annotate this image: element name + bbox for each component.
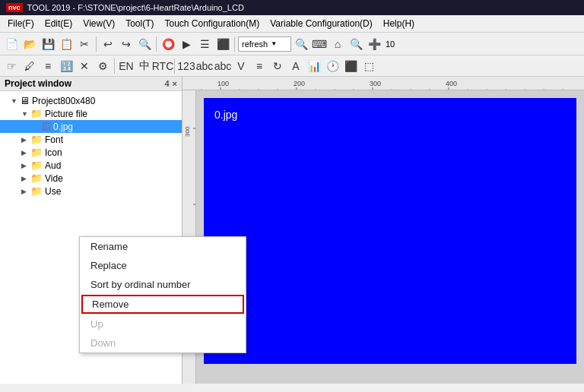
- ruler-top: 100 200 300 400: [182, 77, 584, 90]
- project-window-header: Project window 4 ×: [0, 77, 182, 91]
- tree-use-label: Use: [45, 186, 61, 197]
- tb2-btn14[interactable]: ≡: [251, 58, 268, 74]
- tree-font[interactable]: ▶ 📁 Font: [0, 133, 182, 146]
- tb2-btn15[interactable]: ↻: [269, 58, 286, 74]
- expand-icon8: ▶: [21, 188, 30, 195]
- tb2-btn5[interactable]: ✕: [76, 58, 93, 74]
- tree-picture-label: Picture file: [45, 109, 87, 119]
- tb-btn16[interactable]: ➕: [366, 36, 382, 52]
- refresh-dropdown[interactable]: refresh ▼: [238, 36, 291, 52]
- ctx-rename[interactable]: Rename: [80, 237, 246, 256]
- tree-aud-label: Aud: [45, 160, 61, 171]
- tb-btn8[interactable]: 🔍: [136, 36, 153, 52]
- ctx-down: Down: [80, 334, 246, 352]
- menu-variable[interactable]: Variable Configuration(D): [265, 17, 377, 30]
- tb-btn10[interactable]: ▶: [178, 36, 195, 52]
- tree-vide[interactable]: ▶ 📁 Vide: [0, 172, 182, 185]
- project-window-title: Project window: [5, 78, 71, 89]
- svg-text:400: 400: [446, 80, 457, 87]
- tree-picture[interactable]: ▼ 📁 Picture file: [0, 107, 182, 120]
- tb2-btn13[interactable]: V: [233, 58, 249, 74]
- refresh-value: refresh: [242, 40, 268, 49]
- tb2-btn17[interactable]: 📊: [306, 58, 322, 74]
- sep3: [234, 36, 235, 52]
- save-button[interactable]: 💾: [40, 36, 56, 52]
- sep2: [156, 36, 157, 52]
- tree-aud[interactable]: ▶ 📁 Aud: [0, 159, 182, 172]
- menu-bar: File(F) Edit(E) View(V) Tool(T) Touch Co…: [0, 15, 584, 33]
- sep4: [114, 58, 115, 74]
- tree-root[interactable]: ▼ 🖥 Project800x480: [0, 94, 182, 107]
- tb-btn12[interactable]: ⬛: [214, 36, 231, 52]
- toolbar2: ☞ 🖊 ≡ 🔢 ✕ ⚙ EN 中 RTC 123 abc abc V ≡ ↻ A…: [0, 55, 584, 77]
- tb2-btn12[interactable]: abc: [214, 58, 231, 74]
- menu-file[interactable]: File(F): [3, 17, 39, 30]
- canvas-inner[interactable]: 0.jpg: [196, 90, 584, 384]
- sep1: [96, 36, 97, 52]
- file-icon: 🖼: [41, 121, 51, 132]
- tb2-btn3[interactable]: ≡: [40, 58, 56, 74]
- tb2-btn10[interactable]: 123: [178, 58, 195, 74]
- tb2-btn18[interactable]: 🕐: [324, 58, 341, 74]
- tb-btn14[interactable]: ⌂: [329, 36, 346, 52]
- tree-file-0jpg[interactable]: 🖼 0.jpg: [0, 120, 182, 133]
- new-button[interactable]: 📄: [3, 36, 20, 52]
- menu-touch[interactable]: Touch Configuration(M): [160, 17, 265, 30]
- canvas-filename: 0.jpg: [214, 109, 237, 121]
- open-button[interactable]: 📂: [21, 36, 38, 52]
- tb2-btn6[interactable]: ⚙: [94, 58, 111, 74]
- project-window: Project window 4 × ▼ 🖥 Project800x480 ▼ …: [0, 77, 182, 384]
- ctx-sort[interactable]: Sort by ordinal number: [80, 275, 246, 294]
- ctx-up: Up: [80, 315, 246, 334]
- tb2-btn8[interactable]: 中: [136, 58, 153, 74]
- title-bar: nvc TOOL 2019 - F:\STONE\project\6-Heart…: [0, 0, 584, 15]
- app-logo: nvc: [6, 3, 23, 12]
- project-tree: ▼ 🖥 Project800x480 ▼ 📁 Picture file 🖼 0.…: [0, 91, 182, 201]
- tb2-btn1[interactable]: ☞: [3, 58, 20, 74]
- folder-icon3: 📁: [30, 147, 43, 158]
- tree-file-label: 0.jpg: [53, 122, 73, 132]
- sep5: [174, 58, 175, 74]
- tree-use[interactable]: ▶ 📁 Use: [0, 185, 182, 198]
- tb2-btn9[interactable]: RTC: [154, 58, 171, 74]
- folder-icon4: 📁: [30, 160, 43, 171]
- tb2-btn4[interactable]: 🔢: [58, 58, 75, 74]
- folder-icon2: 📁: [30, 134, 43, 145]
- tb-btn9[interactable]: ⭕: [160, 36, 176, 52]
- menu-help[interactable]: Help(H): [379, 17, 419, 30]
- dropdown-arrow: ▼: [271, 40, 277, 47]
- blue-canvas: 0.jpg: [204, 98, 576, 364]
- tree-icon[interactable]: ▶ 📁 Icon: [0, 146, 182, 159]
- expand-icon2: ▼: [21, 110, 30, 118]
- menu-edit[interactable]: Edit(E): [40, 17, 78, 30]
- tb-btn5[interactable]: ✂: [76, 36, 93, 52]
- tb2-btn16[interactable]: A: [287, 58, 304, 74]
- menu-tool[interactable]: Tool(T): [121, 17, 158, 30]
- tb-btn6[interactable]: ↩: [100, 36, 116, 52]
- tb-btn15[interactable]: 🔍: [348, 36, 364, 52]
- ctx-replace[interactable]: Replace: [80, 256, 246, 275]
- tb-btn13[interactable]: ⌨: [311, 36, 328, 52]
- toolbar1: 📄 📂 💾 📋 ✂ ↩ ↪ 🔍 ⭕ ▶ ☰ ⬛ refresh ▼ 🔍 ⌨ ⌂ …: [0, 33, 584, 55]
- tb2-btn20[interactable]: ⬚: [360, 58, 377, 74]
- expand-icon4: ▶: [21, 136, 30, 144]
- tb2-btn11[interactable]: abc: [196, 58, 213, 74]
- expand-icon7: ▶: [21, 175, 30, 182]
- folder-icon: 📁: [30, 108, 43, 119]
- tb-btn4[interactable]: 📋: [58, 36, 75, 52]
- ctx-remove[interactable]: Remove: [81, 295, 244, 314]
- search-btn[interactable]: 🔍: [293, 36, 309, 52]
- tree-root-label: Project800x480: [32, 96, 95, 106]
- pw-pin[interactable]: 4: [164, 79, 169, 88]
- window-title: TOOL 2019 - F:\STONE\project\6-HeartRate…: [27, 3, 244, 12]
- tb2-btn7[interactable]: EN: [118, 58, 135, 74]
- menu-view[interactable]: View(V): [78, 17, 119, 30]
- folder-icon6: 📁: [30, 185, 43, 197]
- tb-btn7[interactable]: ↪: [118, 36, 135, 52]
- pw-close[interactable]: ×: [173, 79, 177, 88]
- tree-vide-label: Vide: [45, 173, 63, 184]
- svg-text:100: 100: [217, 80, 229, 87]
- tb-btn11[interactable]: ☰: [196, 36, 213, 52]
- tb2-btn19[interactable]: ⬛: [342, 58, 359, 74]
- tb2-btn2[interactable]: 🖊: [21, 58, 38, 74]
